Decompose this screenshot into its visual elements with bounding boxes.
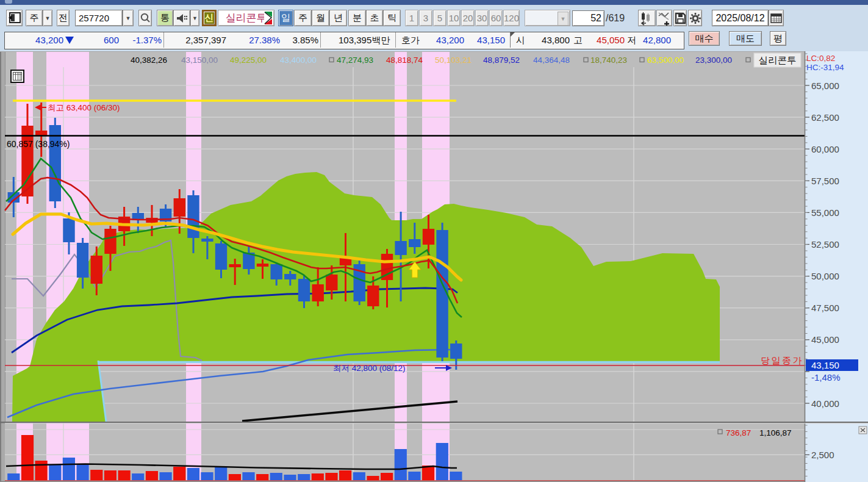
svg-text:47,274,93: 47,274,93 [337, 56, 373, 65]
svg-text:65,000: 65,000 [811, 81, 839, 91]
svg-text:18,740,23: 18,740,23 [590, 56, 627, 65]
svg-text:44,364,48: 44,364,48 [533, 56, 570, 65]
svg-text:43,150: 43,150 [811, 360, 839, 370]
svg-text:50,103,21: 50,103,21 [435, 56, 472, 65]
svg-text:최저 42,800 (08/12): 최저 42,800 (08/12) [333, 364, 406, 373]
svg-text:60,857 (38,94%): 60,857 (38,94%) [7, 139, 70, 149]
svg-text:55,000: 55,000 [811, 207, 839, 218]
svg-text:736,87: 736,87 [726, 428, 751, 437]
svg-text:43,150,00: 43,150,00 [181, 56, 218, 65]
svg-text:-1,48%: -1,48% [811, 372, 841, 383]
svg-text:50,000: 50,000 [811, 271, 839, 281]
svg-text:2,500: 2,500 [811, 450, 834, 460]
svg-text:당일종가: 당일종가 [761, 355, 803, 365]
svg-text:62,500: 62,500 [811, 112, 839, 123]
svg-text:HC:-31,94: HC:-31,94 [806, 63, 844, 72]
svg-text:47,500: 47,500 [811, 303, 839, 313]
svg-text:60,000: 60,000 [811, 144, 839, 154]
svg-text:LC:0,82: LC:0,82 [806, 54, 835, 63]
svg-text:실리콘투: 실리콘투 [759, 55, 797, 65]
svg-text:48,879,52: 48,879,52 [483, 56, 520, 65]
svg-text:40,000: 40,000 [811, 398, 839, 409]
svg-text:52,500: 52,500 [811, 239, 839, 250]
svg-text:1,106,87: 1,106,87 [759, 428, 792, 437]
svg-text:57,500: 57,500 [811, 176, 839, 186]
svg-text:40,382,26: 40,382,26 [131, 56, 167, 65]
svg-text:49,225,00: 49,225,00 [230, 56, 267, 65]
svg-text:43,400,00: 43,400,00 [280, 56, 317, 65]
svg-text:45,000: 45,000 [811, 334, 839, 345]
svg-text:63,500,00: 63,500,00 [647, 56, 684, 65]
svg-text:최고 63,400 (06/30): 최고 63,400 (06/30) [48, 103, 120, 112]
svg-text:48,818,74: 48,818,74 [386, 56, 423, 65]
svg-text:23,300,00: 23,300,00 [695, 56, 732, 65]
